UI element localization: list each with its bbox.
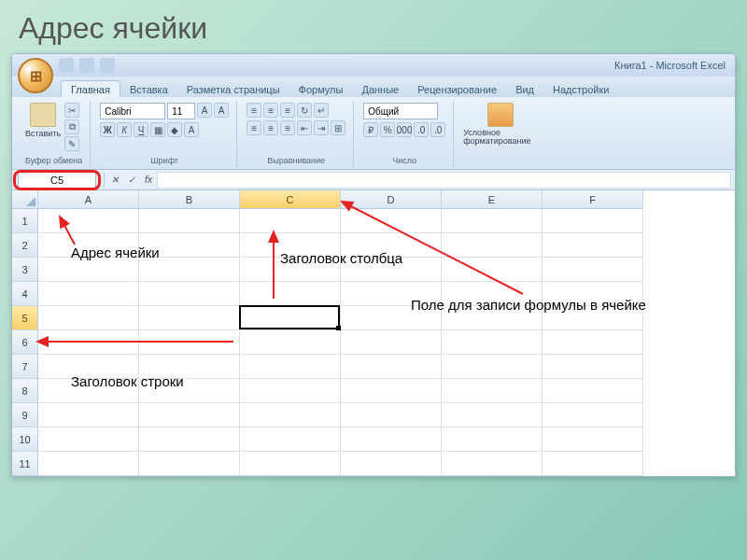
fill-color-icon[interactable]: ◆ — [167, 122, 182, 137]
cell-D10[interactable] — [341, 427, 442, 452]
cell-D11[interactable] — [341, 452, 442, 476]
merge-icon[interactable]: ⊞ — [331, 120, 345, 135]
cell-B6[interactable] — [139, 330, 240, 355]
cell-F7[interactable] — [543, 355, 643, 379]
align-top-icon[interactable]: ≡ — [247, 103, 261, 118]
row-header-5[interactable]: 5 — [12, 306, 38, 330]
shrink-font-icon[interactable]: A — [214, 103, 229, 118]
cell-C3[interactable] — [240, 258, 341, 282]
cell-D6[interactable] — [341, 330, 442, 355]
cell-C7[interactable] — [240, 355, 341, 379]
cell-F2[interactable] — [543, 233, 643, 258]
tab-formulas[interactable]: Формулы — [289, 81, 353, 97]
font-name-select[interactable]: Calibri — [100, 103, 165, 119]
cell-F10[interactable] — [543, 427, 643, 452]
cell-B2[interactable] — [139, 233, 240, 258]
underline-icon[interactable]: Ч — [134, 122, 148, 137]
cell-D2[interactable] — [341, 233, 442, 258]
cell-E1[interactable] — [442, 209, 543, 233]
tab-page-layout[interactable]: Разметка страницы — [177, 81, 289, 97]
tab-addins[interactable]: Надстройки — [543, 81, 618, 97]
cell-E10[interactable] — [442, 427, 543, 452]
tab-view[interactable]: Вид — [506, 81, 543, 97]
conditional-formatting-button[interactable]: Условное форматирование — [463, 103, 538, 146]
font-size-select[interactable]: 11 — [167, 103, 195, 119]
align-middle-icon[interactable]: ≡ — [263, 103, 278, 118]
italic-icon[interactable]: К — [117, 122, 132, 137]
cut-icon[interactable]: ✂ — [64, 103, 79, 118]
cell-F6[interactable] — [543, 330, 643, 355]
cell-E5[interactable] — [442, 306, 543, 330]
cell-D7[interactable] — [341, 355, 442, 379]
save-icon[interactable] — [59, 58, 74, 73]
row-header-11[interactable]: 11 — [12, 452, 38, 476]
cell-C6[interactable] — [240, 330, 341, 355]
cell-B4[interactable] — [139, 282, 240, 306]
align-left-icon[interactable]: ≡ — [247, 120, 261, 135]
cell-C11[interactable] — [240, 452, 341, 476]
cell-C9[interactable] — [240, 403, 341, 427]
cell-E3[interactable] — [442, 258, 543, 282]
align-center-icon[interactable]: ≡ — [263, 120, 278, 135]
cell-E4[interactable] — [442, 282, 543, 306]
cell-D5[interactable] — [341, 306, 442, 330]
currency-icon[interactable]: ₽ — [363, 122, 378, 137]
increase-indent-icon[interactable]: ⇥ — [314, 120, 329, 135]
cell-D1[interactable] — [341, 209, 442, 233]
paste-button[interactable]: Вставить — [25, 103, 61, 138]
row-header-10[interactable]: 10 — [12, 427, 38, 452]
copy-icon[interactable]: ⧉ — [64, 119, 79, 134]
row-header-9[interactable]: 9 — [12, 403, 38, 427]
comma-icon[interactable]: 000 — [397, 122, 412, 137]
column-header-E[interactable]: E — [442, 190, 543, 209]
cell-A7[interactable] — [38, 355, 139, 379]
cell-D9[interactable] — [341, 403, 442, 427]
cell-A4[interactable] — [38, 282, 139, 306]
cell-B11[interactable] — [139, 452, 240, 476]
cell-B10[interactable] — [139, 427, 240, 452]
cell-B1[interactable] — [139, 209, 240, 233]
cell-D3[interactable] — [341, 258, 442, 282]
cell-E2[interactable] — [442, 233, 543, 258]
cell-B5[interactable] — [139, 306, 240, 330]
cell-F9[interactable] — [543, 403, 643, 427]
number-format-select[interactable]: Общий — [363, 103, 438, 119]
cell-C1[interactable] — [240, 209, 341, 233]
cell-B7[interactable] — [139, 355, 240, 379]
formula-input[interactable] — [157, 172, 731, 189]
column-header-D[interactable]: D — [341, 190, 442, 209]
cell-A11[interactable] — [38, 452, 139, 476]
column-header-B[interactable]: B — [139, 190, 240, 209]
cell-C8[interactable] — [240, 379, 341, 403]
cell-F11[interactable] — [543, 452, 643, 476]
cells-area[interactable] — [38, 209, 643, 476]
cell-A8[interactable] — [38, 379, 139, 403]
cell-B3[interactable] — [139, 258, 240, 282]
decrease-indent-icon[interactable]: ⇤ — [297, 120, 312, 135]
tab-review[interactable]: Рецензирование — [408, 81, 506, 97]
enter-icon[interactable]: ✓ — [123, 172, 140, 189]
border-icon[interactable]: ▦ — [150, 122, 165, 137]
cell-E6[interactable] — [442, 330, 543, 355]
redo-icon[interactable] — [100, 58, 115, 73]
cell-F3[interactable] — [543, 258, 643, 282]
office-button[interactable]: ⊞ — [18, 58, 53, 93]
cell-C4[interactable] — [240, 282, 341, 306]
cell-C5[interactable] — [240, 306, 341, 330]
wrap-text-icon[interactable]: ↵ — [314, 103, 329, 118]
cell-B8[interactable] — [139, 379, 240, 403]
row-header-8[interactable]: 8 — [12, 379, 38, 403]
cell-B9[interactable] — [139, 403, 240, 427]
tab-insert[interactable]: Вставка — [120, 81, 177, 97]
cell-A9[interactable] — [38, 403, 139, 427]
bold-icon[interactable]: Ж — [100, 122, 115, 137]
tab-home[interactable]: Главная — [61, 80, 120, 97]
row-header-2[interactable]: 2 — [12, 233, 38, 258]
orientation-icon[interactable]: ↻ — [297, 103, 312, 118]
cell-A5[interactable] — [38, 306, 139, 330]
undo-icon[interactable] — [79, 58, 94, 73]
row-header-1[interactable]: 1 — [12, 209, 38, 233]
align-right-icon[interactable]: ≡ — [280, 120, 295, 135]
font-color-icon[interactable]: A — [184, 122, 199, 137]
cell-F8[interactable] — [543, 379, 643, 403]
